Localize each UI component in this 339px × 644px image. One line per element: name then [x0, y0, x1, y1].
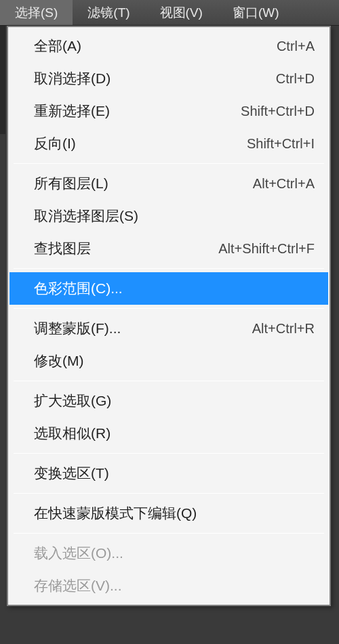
menu-item-shortcut: Ctrl+A — [277, 39, 315, 54]
menu-separator — [14, 533, 324, 534]
menu-item-label: 重新选择(E) — [34, 102, 110, 121]
menu-item-label: 调整蒙版(F)... — [34, 319, 121, 338]
menu-item-label: 色彩范围(C)... — [34, 279, 123, 298]
menu-item-label: 反向(I) — [34, 134, 76, 153]
menu-all-layers[interactable]: 所有图层(L)Alt+Ctrl+A — [9, 167, 328, 200]
menu-item-label: 载入选区(O)... — [34, 544, 123, 563]
menu-deselect[interactable]: 取消选择(D)Ctrl+D — [9, 62, 328, 95]
menu-quick-mask[interactable]: 在快速蒙版模式下编辑(Q) — [9, 497, 328, 530]
background-strip — [0, 26, 5, 134]
menu-item-label: 取消选择图层(S) — [34, 207, 138, 226]
menu-inverse[interactable]: 反向(I)Shift+Ctrl+I — [9, 127, 328, 160]
menu-separator — [14, 493, 324, 494]
menu-item-shortcut: Shift+Ctrl+D — [241, 104, 315, 119]
menu-item-shortcut: Shift+Ctrl+I — [247, 136, 315, 152]
menu-item-label: 在快速蒙版模式下编辑(Q) — [34, 504, 197, 523]
menu-item-shortcut: Alt+Ctrl+A — [253, 176, 315, 192]
menu-item-label: 选取相似(R) — [34, 424, 111, 443]
menu-item-label: 修改(M) — [34, 351, 83, 370]
menu-item-shortcut: Ctrl+D — [276, 71, 315, 87]
menu-item-label: 扩大选取(G) — [34, 391, 111, 410]
menu-reselect[interactable]: 重新选择(E)Shift+Ctrl+D — [9, 95, 328, 127]
menu-modify[interactable]: 修改(M) — [9, 345, 328, 377]
menubar: 选择(S) 滤镜(T) 视图(V) 窗口(W) — [0, 0, 339, 26]
menubar-item-filter[interactable]: 滤镜(T) — [73, 0, 144, 25]
menubar-item-view[interactable]: 视图(V) — [145, 0, 218, 25]
dropdown-menu-select: 全部(A)Ctrl+A取消选择(D)Ctrl+D重新选择(E)Shift+Ctr… — [7, 26, 331, 606]
menu-item-shortcut: Alt+Shift+Ctrl+F — [218, 241, 315, 257]
menu-similar[interactable]: 选取相似(R) — [9, 417, 328, 450]
menu-grow[interactable]: 扩大选取(G) — [9, 385, 328, 417]
menu-item-label: 变换选区(T) — [34, 464, 109, 483]
menu-separator — [14, 381, 324, 381]
menu-item-label: 取消选择(D) — [34, 69, 111, 88]
menubar-item-select[interactable]: 选择(S) — [0, 0, 73, 25]
menu-color-range[interactable]: 色彩范围(C)... — [9, 272, 328, 305]
menu-separator — [14, 163, 324, 164]
menu-transform-selection[interactable]: 变换选区(T) — [9, 457, 328, 490]
menu-item-label: 存储选区(V)... — [34, 576, 122, 595]
menu-item-label: 所有图层(L) — [34, 174, 108, 193]
menu-separator — [14, 308, 324, 309]
menu-deselect-layers[interactable]: 取消选择图层(S) — [9, 200, 328, 232]
menu-item-shortcut: Alt+Ctrl+R — [252, 321, 315, 337]
menu-separator — [14, 268, 324, 269]
menu-item-label: 查找图层 — [34, 239, 91, 258]
menubar-item-window[interactable]: 窗口(W) — [218, 0, 294, 25]
menu-item-label: 全部(A) — [34, 37, 81, 56]
menu-find-layers[interactable]: 查找图层Alt+Shift+Ctrl+F — [9, 232, 328, 265]
menu-select-all[interactable]: 全部(A)Ctrl+A — [9, 30, 328, 62]
menu-refine-mask[interactable]: 调整蒙版(F)...Alt+Ctrl+R — [9, 312, 328, 345]
menu-save-selection: 存储选区(V)... — [9, 570, 328, 602]
menu-load-selection: 载入选区(O)... — [9, 537, 328, 570]
menu-separator — [14, 453, 324, 454]
